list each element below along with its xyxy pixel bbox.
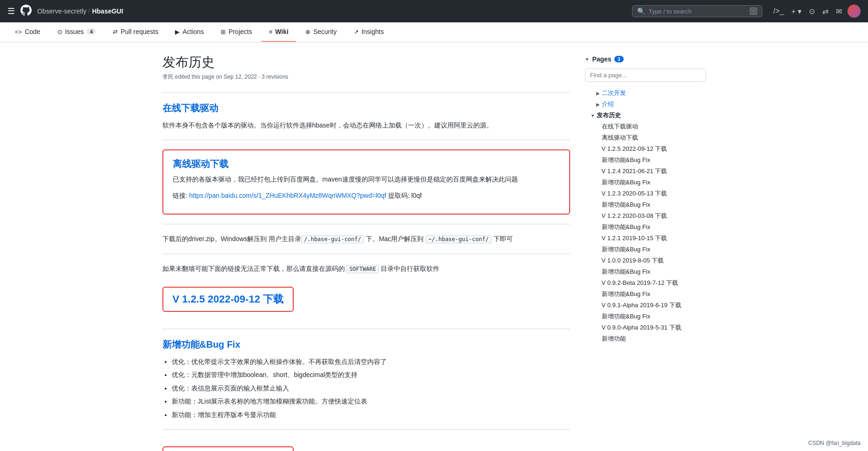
section1-heading: 在线下载驱动 bbox=[162, 102, 570, 114]
sidebar-subitem-v121[interactable]: V 1.2.1 2019-10-15 下载 bbox=[585, 233, 706, 244]
inbox-icon[interactable]: ✉ bbox=[834, 5, 844, 18]
security-nav-icon: ⊕ bbox=[305, 28, 310, 35]
nav-code[interactable]: <> Code bbox=[7, 22, 48, 42]
search-kbd: / bbox=[750, 7, 757, 15]
section2-text1: 已支持的各版本驱动，我已经打包上传到百度网盘。maven速度慢的同学可以选择更慢… bbox=[173, 174, 560, 184]
section3-text: 下载后的driver.zip。Windows解压到 用户主目录/.hbase-g… bbox=[162, 234, 570, 244]
sidebar-item-erci[interactable]: ▶ 二次开发 bbox=[585, 88, 706, 99]
repo-navigation: <> Code ⊙ Issues 4 ⇄ Pull requests ▶ Act… bbox=[0, 22, 868, 42]
sidebar-subitem-v091a[interactable]: V 0.9.1-Alpha 2019-6-19 下载 bbox=[585, 300, 706, 311]
search-input[interactable] bbox=[649, 8, 747, 15]
sidebar-header: ▼ Pages 3 bbox=[585, 54, 706, 65]
sidebar-subitem-v090a[interactable]: V 0.9.0-Alpha 2019-5-31 下载 bbox=[585, 322, 706, 333]
sidebar-item-jieshao[interactable]: ▶ 介绍 bbox=[585, 99, 706, 110]
sidebar-subitem-bugfix1[interactable]: 新增功能&Bug Fix bbox=[585, 155, 706, 166]
version1-box: V 1.2.5 2022-09-12 下载 bbox=[162, 287, 294, 312]
nav-wiki-label: Wiki bbox=[275, 28, 289, 35]
pr-nav-icon: ⇄ bbox=[113, 28, 118, 35]
version1-bullets: 优化：优化带提示文字效果的输入框操作体验。不再获取焦点后清空内容了 优化：元数据… bbox=[172, 357, 570, 420]
sidebar-item-fabuli[interactable]: ▼ 发布历史 bbox=[585, 110, 706, 121]
global-search[interactable]: 🔍 / bbox=[632, 5, 762, 17]
terminal-icon[interactable]: />_ bbox=[772, 5, 786, 17]
pages-count-badge: 3 bbox=[614, 56, 624, 62]
issues-nav-icon: ⊙ bbox=[57, 28, 62, 35]
pages-label: Pages bbox=[592, 55, 611, 63]
bullet-5: 新功能：增加主程序版本号显示功能 bbox=[172, 410, 570, 420]
sidebar-subitem-bugfix5[interactable]: 新增功能&Bug Fix bbox=[585, 244, 706, 255]
path2: ~/.hbase-gui-conf/ bbox=[425, 235, 491, 243]
sidebar-subitem-v122[interactable]: V 1.2.2 2020-03-08 下载 bbox=[585, 210, 706, 222]
repo-link[interactable]: HbaseGUI bbox=[92, 7, 123, 15]
sidebar-item-label3: 发布历史 bbox=[597, 111, 621, 120]
section1-text: 软件本身不包含各个版本的驱动。当你运行软件选择hbase时，会动态在网络上加载（… bbox=[162, 120, 570, 130]
baidu-link[interactable]: https://pan.baidu.com/s/1_ZHuEKhbRX4yMz8… bbox=[189, 192, 386, 199]
page-title: 发布历史 bbox=[162, 54, 570, 71]
topnav-actions: />_ + ▾ ⊙ ⇄ ✉ bbox=[772, 5, 861, 18]
software-dir: SOFTWARE bbox=[346, 265, 379, 273]
bullet-1: 优化：优化带提示文字效果的输入框操作体验。不再获取焦点后清空内容了 bbox=[172, 357, 570, 367]
nav-projects-label: Projects bbox=[229, 28, 252, 35]
nav-pullrequests[interactable]: ⇄ Pull requests bbox=[105, 22, 166, 42]
page-subtitle: 李民 edited this page on Sep 12, 2022 · 3 … bbox=[162, 73, 570, 81]
sidebar-subitem-xin1[interactable]: 新增功能 bbox=[585, 333, 706, 344]
plus-button[interactable]: + ▾ bbox=[789, 5, 803, 18]
issues-icon[interactable]: ⊙ bbox=[807, 5, 817, 18]
github-logo[interactable] bbox=[20, 5, 32, 18]
pullrequest-icon[interactable]: ⇄ bbox=[821, 5, 830, 18]
sidebar-subitem-v123[interactable]: V 1.2.3 2020-05-13 下载 bbox=[585, 188, 706, 199]
issues-badge: 4 bbox=[87, 28, 96, 35]
section2-pwd: 提取码: l0qf bbox=[388, 192, 422, 199]
sidebar-subitem-v100[interactable]: V 1.0.0 2019-8-05 下载 bbox=[585, 255, 706, 266]
offline-download-box: 离线驱动下载 已支持的各版本驱动，我已经打包上传到百度网盘。maven速度慢的同… bbox=[162, 149, 570, 215]
footer-note: CSDN @fan_bigdata bbox=[808, 440, 861, 446]
sidebar-subitem-v124[interactable]: V 1.2.4 2021-06-21 下载 bbox=[585, 166, 706, 177]
projects-nav-icon: ⊞ bbox=[221, 28, 226, 35]
nav-insights[interactable]: ↗ Insights bbox=[346, 22, 391, 42]
sidebar-subitem-v125[interactable]: V 1.2.5 2022-09-12 下载 bbox=[585, 143, 706, 155]
org-link[interactable]: Observe-secretly bbox=[37, 7, 87, 15]
sidebar-subitem-bugfix3[interactable]: 新增功能&Bug Fix bbox=[585, 199, 706, 210]
top-navigation: ☰ Observe-secretly / HbaseGUI 🔍 / />_ + … bbox=[0, 0, 868, 22]
version1-label[interactable]: V 1.2.5 2022-09-12 下载 bbox=[173, 293, 283, 305]
nav-security-label: Security bbox=[313, 28, 337, 35]
bullet-3: 优化：表信息展示页面的输入框禁止输入 bbox=[172, 383, 570, 393]
nav-projects[interactable]: ⊞ Projects bbox=[213, 22, 260, 42]
divider3 bbox=[162, 224, 570, 224]
tree-chevron-icon3: ▼ bbox=[591, 113, 595, 118]
search-icon: 🔍 bbox=[637, 7, 645, 15]
nav-issues[interactable]: ⊙ Issues 4 bbox=[50, 22, 104, 42]
sidebar-subitem-bugfix6[interactable]: 新增功能&Bug Fix bbox=[585, 266, 706, 277]
sidebar-item-label2: 介绍 bbox=[602, 100, 614, 108]
sidebar-subitem-bugfix2[interactable]: 新增功能&Bug Fix bbox=[585, 177, 706, 188]
pages-chevron-icon[interactable]: ▼ bbox=[585, 57, 590, 62]
code-icon: <> bbox=[15, 28, 22, 35]
main-layout: 发布历史 李民 edited this page on Sep 12, 2022… bbox=[155, 42, 713, 451]
nav-code-label: Code bbox=[25, 28, 40, 35]
page-search-input[interactable] bbox=[585, 68, 706, 82]
sidebar-subitem-v092b[interactable]: V 0.9.2-Beta 2019-7-12 下载 bbox=[585, 277, 706, 289]
wiki-nav-icon: ≡ bbox=[269, 28, 273, 35]
sidebar-tree: ▶ 二次开发 ▶ 介绍 ▼ 发布历史 在线下载驱动 离线驱动下载 V 1.2.5… bbox=[585, 88, 706, 344]
section2-link-prefix: 链接: bbox=[173, 192, 189, 199]
bullet-2: 优化：元数据管理中增加boolean、short、bigdecimal类型的支持 bbox=[172, 370, 570, 380]
nav-security[interactable]: ⊕ Security bbox=[298, 22, 344, 42]
insights-nav-icon: ↗ bbox=[354, 28, 359, 35]
nav-wiki[interactable]: ≡ Wiki bbox=[262, 22, 296, 42]
avatar[interactable] bbox=[848, 5, 861, 18]
nav-pr-label: Pull requests bbox=[121, 28, 158, 35]
section2-heading: 离线驱动下载 bbox=[173, 158, 560, 170]
sidebar-subitem-online[interactable]: 在线下载驱动 bbox=[585, 121, 706, 132]
actions-nav-icon: ▶ bbox=[175, 28, 180, 35]
tree-chevron-icon: ▶ bbox=[596, 91, 600, 96]
nav-issues-label: Issues bbox=[65, 28, 84, 35]
sidebar-item-label: 二次开发 bbox=[602, 89, 626, 97]
section4-text: 如果未翻墙可能下面的链接无法正常下载，那么请直接在源码的 SOFTWARE 目录… bbox=[162, 263, 570, 274]
sidebar-subitem-offline[interactable]: 离线驱动下载 bbox=[585, 132, 706, 143]
hamburger-menu[interactable]: ☰ bbox=[7, 6, 15, 16]
sidebar-subitem-bugfix8[interactable]: 新增功能&Bug Fix bbox=[585, 311, 706, 322]
sidebar-subitem-bugfix7[interactable]: 新增功能&Bug Fix bbox=[585, 289, 706, 300]
nav-actions[interactable]: ▶ Actions bbox=[168, 22, 211, 42]
path1: /.hbase-gui-conf/ bbox=[301, 235, 364, 243]
sidebar-subitem-bugfix4[interactable]: 新增功能&Bug Fix bbox=[585, 222, 706, 233]
divider4 bbox=[162, 254, 570, 254]
